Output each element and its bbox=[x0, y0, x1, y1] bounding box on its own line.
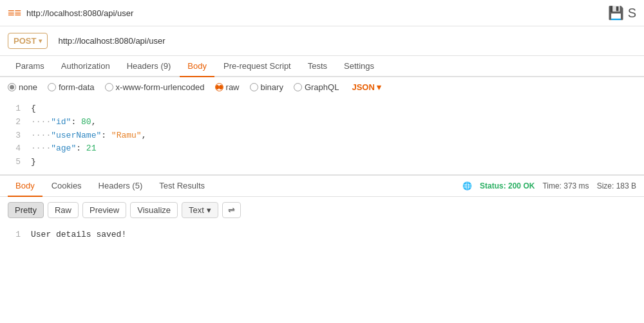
option-graphql[interactable]: GraphQL bbox=[294, 82, 339, 92]
format-visualize-button[interactable]: Visualize bbox=[130, 202, 178, 218]
globe-icon: 🌐 bbox=[462, 181, 472, 190]
response-tab-headers[interactable]: Headers (5) bbox=[91, 176, 151, 197]
save-label: S bbox=[628, 6, 636, 20]
method-selector[interactable]: POST ▾ bbox=[8, 33, 48, 49]
option-binary[interactable]: binary bbox=[250, 82, 283, 92]
response-tabs-row: Body Cookies Headers (5) Test Results 🌐 … bbox=[0, 176, 644, 197]
option-none[interactable]: none bbox=[8, 82, 37, 92]
body-options-row: none form-data x-www-form-urlencoded raw… bbox=[0, 77, 644, 97]
time-label: Time: 373 ms bbox=[542, 181, 589, 190]
response-tab-body[interactable]: Body bbox=[8, 176, 43, 197]
response-format-row: Pretty Raw Preview Visualize Text ▾ ⇌ bbox=[0, 197, 644, 223]
radio-formdata bbox=[48, 83, 56, 91]
chevron-down-icon: ▾ bbox=[207, 205, 211, 215]
radio-none bbox=[8, 83, 16, 91]
option-graphql-label: GraphQL bbox=[305, 82, 339, 92]
response-line-1: 1 User details saved! bbox=[0, 228, 644, 242]
option-raw[interactable]: raw bbox=[215, 82, 240, 92]
tab-body[interactable]: Body bbox=[180, 56, 214, 77]
top-url: http://localhost:8080/api/user bbox=[26, 8, 603, 18]
response-tab-cookies[interactable]: Cookies bbox=[44, 176, 90, 197]
option-urlencoded[interactable]: x-www-form-urlencoded bbox=[105, 82, 205, 92]
request-body-editor[interactable]: 1 { 2 ····"id": 80, 3 ····"userName": "R… bbox=[0, 97, 644, 175]
tab-authorization[interactable]: Authorization bbox=[53, 56, 118, 77]
tab-params[interactable]: Params bbox=[8, 56, 52, 77]
save-button[interactable]: 💾 S bbox=[608, 5, 636, 21]
radio-raw bbox=[215, 83, 223, 91]
text-dropdown-label: Text bbox=[189, 205, 204, 215]
response-tab-testresults[interactable]: Test Results bbox=[151, 176, 213, 197]
response-section: Body Cookies Headers (5) Test Results 🌐 … bbox=[0, 176, 644, 255]
app-icon: ≡≡ bbox=[8, 6, 21, 20]
tab-headers[interactable]: Headers (9) bbox=[119, 56, 179, 77]
format-raw-button[interactable]: Raw bbox=[48, 202, 79, 218]
option-urlencoded-label: x-www-form-urlencoded bbox=[116, 82, 205, 92]
size-label: Size: 183 B bbox=[597, 181, 636, 190]
chevron-down-icon: ▾ bbox=[39, 37, 42, 44]
option-formdata-label: form-data bbox=[59, 82, 95, 92]
code-line-1: 1 { bbox=[0, 102, 644, 116]
save-icon: 💾 bbox=[608, 6, 624, 20]
wrap-icon: ⇌ bbox=[228, 205, 235, 215]
option-none-label: none bbox=[19, 82, 37, 92]
tab-tests[interactable]: Tests bbox=[300, 56, 335, 77]
status-badge: Status: 200 OK bbox=[480, 181, 535, 190]
tab-prerequest[interactable]: Pre-request Script bbox=[216, 56, 299, 77]
option-binary-label: binary bbox=[261, 82, 283, 92]
wrap-button[interactable]: ⇌ bbox=[222, 202, 241, 218]
json-format-label: JSON bbox=[352, 82, 374, 92]
json-format-selector[interactable]: JSON ▾ bbox=[352, 82, 381, 92]
code-line-3: 3 ····"userName": "Ramu", bbox=[0, 129, 644, 143]
request-section: POST ▾ Params Authorization Headers (9) … bbox=[0, 26, 644, 176]
url-input[interactable] bbox=[53, 33, 636, 49]
code-line-4: 4 ····"age": 21 bbox=[0, 142, 644, 156]
menu-icon: ≡≡ bbox=[8, 6, 21, 20]
response-content: User details saved! bbox=[31, 228, 639, 242]
chevron-down-icon: ▾ bbox=[377, 82, 381, 92]
code-line-2: 2 ····"id": 80, bbox=[0, 116, 644, 129]
option-formdata[interactable]: form-data bbox=[48, 82, 95, 92]
request-tabs: Params Authorization Headers (9) Body Pr… bbox=[0, 56, 644, 77]
response-meta: 🌐 Status: 200 OK Time: 373 ms Size: 183 … bbox=[462, 179, 636, 193]
format-preview-button[interactable]: Preview bbox=[82, 202, 126, 218]
option-raw-label: raw bbox=[226, 82, 240, 92]
tab-settings[interactable]: Settings bbox=[336, 56, 382, 77]
radio-urlencoded bbox=[105, 83, 113, 91]
radio-graphql bbox=[294, 83, 302, 91]
top-bar: ≡≡ http://localhost:8080/api/user 💾 S bbox=[0, 0, 644, 26]
format-pretty-button[interactable]: Pretty bbox=[8, 202, 44, 218]
response-body: 1 User details saved! bbox=[0, 223, 644, 255]
method-label: POST bbox=[14, 36, 36, 46]
radio-binary bbox=[250, 83, 258, 91]
code-line-5: 5 } bbox=[0, 156, 644, 169]
text-format-dropdown[interactable]: Text ▾ bbox=[182, 202, 218, 218]
method-url-row: POST ▾ bbox=[0, 26, 644, 56]
